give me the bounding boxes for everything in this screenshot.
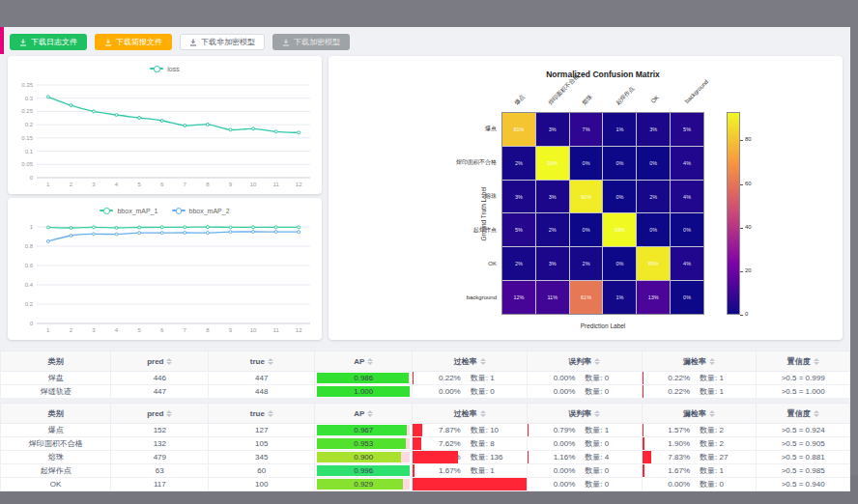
column-header[interactable]: pred — [111, 404, 209, 424]
class-cell: 焊缝轨迹 — [1, 385, 111, 399]
rate-red-bar — [413, 372, 414, 384]
sort-down-icon — [814, 414, 819, 417]
sort-caret-icon[interactable] — [480, 358, 486, 365]
svg-text:2: 2 — [70, 182, 73, 187]
legend-ring — [103, 208, 109, 213]
matrix-cell: 90% — [570, 181, 603, 213]
rate-percent: 0.00% — [528, 439, 575, 448]
sort-up-icon — [367, 358, 373, 361]
svg-text:4: 4 — [115, 327, 119, 333]
column-header[interactable]: 漏检率 — [642, 351, 757, 372]
sort-caret-icon[interactable] — [367, 358, 373, 365]
sort-caret-icon[interactable] — [166, 358, 172, 365]
colorbar-tick-label: 40 — [745, 224, 752, 230]
matrix-cell: 0% — [671, 213, 703, 246]
column-header[interactable]: AP — [315, 404, 413, 424]
overkill-rate-cell: 7.87%数量: 10 — [413, 424, 528, 437]
column-header[interactable]: true — [209, 404, 315, 424]
download-icon — [19, 39, 27, 46]
matrix-cell: 7% — [570, 113, 603, 146]
miss-rate-cell: 1.67%数量: 1 — [642, 464, 757, 478]
matrix-cell: 3% — [536, 181, 569, 213]
sort-caret-icon[interactable] — [166, 410, 172, 417]
ap-value: 0.953 — [317, 438, 410, 449]
sort-caret-icon[interactable] — [594, 358, 600, 365]
rate-red-bar — [643, 372, 644, 384]
matrix-cell: 2% — [570, 247, 603, 280]
sort-caret-icon[interactable] — [709, 410, 715, 417]
true-cell: 100 — [209, 478, 315, 491]
legend-item-bbox_mAP_2[interactable]: bbox_mAP_2 — [172, 208, 230, 214]
column-header[interactable]: AP — [315, 351, 413, 372]
column-header[interactable]: 过检率 — [413, 404, 528, 424]
sort-caret-icon[interactable] — [709, 358, 715, 365]
column-header[interactable]: 过检率 — [413, 351, 528, 372]
sort-caret-icon[interactable] — [367, 410, 373, 417]
rate-count: 数量: 136 — [461, 452, 527, 462]
svg-text:1: 1 — [46, 182, 50, 187]
column-header[interactable]: 漏检率 — [642, 404, 757, 424]
svg-text:0: 0 — [30, 321, 34, 326]
matrix-cell: 0% — [570, 213, 603, 246]
legend-item-loss[interactable]: loss — [150, 66, 179, 72]
matrix-cell: 3% — [502, 181, 535, 213]
table-row: OK1171000.929117.00%数量: 1170.00%数量: 00.0… — [1, 478, 850, 491]
sort-down-icon — [367, 362, 373, 365]
column-header[interactable]: 置信度 — [757, 404, 850, 424]
legend-item-bbox_mAP_1[interactable]: bbox_mAP_1 — [100, 208, 157, 214]
rate-red-bar — [413, 464, 415, 477]
download-icon — [104, 39, 112, 46]
sort-caret-icon[interactable] — [268, 410, 273, 417]
rate-percent: 0.22% — [643, 387, 690, 396]
confidence-cell: >0.5 = 0.881 — [757, 451, 850, 464]
download-icon — [189, 39, 197, 46]
legend-label: bbox_mAP_1 — [117, 208, 157, 214]
miss-rate-cell: 0.22%数量: 1 — [642, 385, 757, 399]
misjudge-rate-cell: 1.16%数量: 4 — [527, 451, 642, 464]
true-cell: 60 — [209, 464, 315, 478]
misjudge-rate-cell: 0.00%数量: 0 — [527, 385, 642, 399]
matrix-cell: 11% — [536, 281, 569, 314]
rate-red-bar — [643, 437, 644, 450]
column-header[interactable]: 误判率 — [527, 404, 642, 424]
matrix-cell: 0% — [637, 213, 670, 246]
ap-bar: 0.967 — [317, 425, 410, 435]
sort-caret-icon[interactable] — [814, 358, 819, 365]
true-cell: 127 — [209, 424, 315, 437]
sort-caret-icon[interactable] — [480, 410, 486, 417]
svg-text:0.1: 0.1 — [25, 149, 34, 154]
download-plain-model-button[interactable]: 下载非加密模型 — [180, 34, 265, 50]
column-header[interactable]: 误判率 — [527, 351, 642, 372]
matrix-col-label: OK — [649, 95, 659, 104]
column-header[interactable]: true — [209, 351, 315, 372]
sort-caret-icon[interactable] — [594, 410, 600, 417]
confusion-matrix-grid: 81%3%7%1%3%5%2%93%0%0%0%4%3%3%90%0%2%4%5… — [501, 112, 704, 315]
sort-caret-icon[interactable] — [814, 410, 819, 417]
column-header[interactable]: pred — [111, 351, 209, 372]
rate-percent: 0.22% — [413, 374, 460, 382]
colorbar-tick-label: 80 — [745, 136, 752, 142]
svg-text:0.35: 0.35 — [21, 82, 33, 88]
download-report-button[interactable]: 下载简报文件 — [95, 34, 172, 50]
misjudge-rate-cell: 0.00%数量: 0 — [527, 437, 642, 451]
pred-cell: 479 — [111, 451, 209, 464]
rate-content: 0.00%数量: 0 — [413, 385, 527, 398]
svg-text:5: 5 — [137, 327, 141, 333]
pred-cell: 132 — [111, 437, 209, 451]
rate-content: 117.00%数量: 117 — [413, 478, 527, 490]
download-log-button[interactable]: 下载日志文件 — [10, 34, 87, 50]
matrix-cell: 89% — [637, 247, 670, 280]
svg-text:8: 8 — [206, 327, 210, 333]
sort-caret-icon[interactable] — [268, 358, 273, 365]
matrix-cell: 5% — [502, 213, 535, 246]
rate-content: 0.79%数量: 1 — [528, 424, 642, 436]
table-row: 焊印面积不合格1321050.9537.62%数量: 80.00%数量: 01.… — [1, 437, 850, 451]
ap-bar: 0.929 — [317, 479, 410, 490]
matrix-cell: 0% — [570, 147, 603, 180]
rate-count: 数量: 1 — [461, 465, 527, 476]
column-header[interactable]: 置信度 — [757, 351, 850, 372]
series-ring-icon — [100, 208, 113, 213]
download-encrypted-model-button[interactable]: 下载加密模型 — [272, 34, 350, 50]
rate-count: 数量: 0 — [690, 479, 756, 490]
rate-content: 0.22%数量: 1 — [643, 385, 757, 398]
